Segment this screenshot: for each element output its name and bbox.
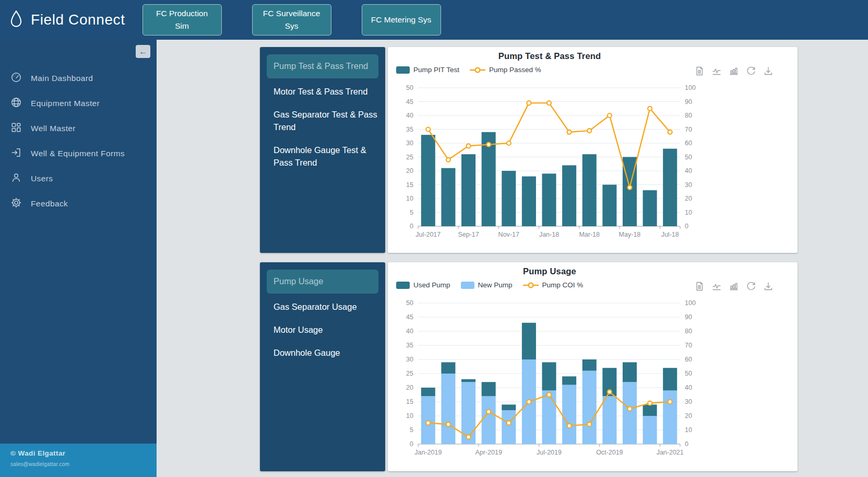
download-icon[interactable] xyxy=(763,66,774,76)
svg-text:5: 5 xyxy=(410,209,413,216)
sidebar-item-well-master[interactable]: Well Master xyxy=(0,117,157,140)
legend-pump-pit-test[interactable]: Pump PIT Test xyxy=(396,66,459,74)
svg-text:Jan-18: Jan-18 xyxy=(539,231,559,238)
sidebar-item-users[interactable]: Users xyxy=(0,167,157,190)
sidebar-item-well-equipment-forms[interactable]: Well & Equipment Forms xyxy=(0,142,157,165)
header-nav: FC Production Sim FC Surveillance Sys FC… xyxy=(142,4,441,36)
svg-text:35: 35 xyxy=(406,342,413,349)
sidebar-item-equipment-master[interactable]: Equipment Master xyxy=(0,92,157,115)
chart-card: Pump Test & Pass Trend Pump PIT TestPump… xyxy=(388,47,798,253)
chart-tab-list: Pump Test & Pass TrendMotor Test & Pass … xyxy=(260,47,385,253)
svg-text:90: 90 xyxy=(685,313,692,321)
legend-line-marker xyxy=(523,282,539,289)
svg-text:Nov-17: Nov-17 xyxy=(498,231,519,238)
sidebar: ← Main Dashboard Equipment Master Well M… xyxy=(0,40,157,477)
pump-usage-chart[interactable]: 0510152025303540455001020304050607080901… xyxy=(388,295,711,462)
legend-line-marker xyxy=(470,66,485,74)
svg-text:0: 0 xyxy=(685,223,688,230)
gear-icon xyxy=(10,197,22,211)
svg-text:40: 40 xyxy=(406,112,413,119)
svg-text:60: 60 xyxy=(685,139,692,147)
chart-toolbar xyxy=(694,66,774,76)
svg-text:20: 20 xyxy=(685,412,692,420)
svg-text:Sep-17: Sep-17 xyxy=(458,231,479,238)
legend-used-pump[interactable]: Used Pump xyxy=(396,281,450,289)
svg-text:10: 10 xyxy=(406,195,413,202)
tab-gas-separator-usage[interactable]: Gas Separator Usage xyxy=(260,296,385,319)
svg-text:80: 80 xyxy=(685,112,692,119)
tab-motor-usage[interactable]: Motor Usage xyxy=(260,319,385,342)
refresh-icon[interactable] xyxy=(746,281,756,292)
user-icon xyxy=(10,172,22,185)
tab-pump-test-pass-trend[interactable]: Pump Test & Pass Trend xyxy=(267,54,378,78)
sidebar-item-label: Equipment Master xyxy=(31,99,100,108)
chart-title: Pump Usage xyxy=(388,266,711,276)
app-header: Field Connect FC Production Sim FC Surve… xyxy=(0,0,868,40)
bar-chart-icon[interactable] xyxy=(729,66,739,76)
svg-text:30: 30 xyxy=(685,181,692,189)
svg-text:50: 50 xyxy=(685,154,692,161)
sidebar-item-feedback[interactable]: Feedback xyxy=(0,192,157,215)
grid-tiles-icon xyxy=(10,122,22,135)
file-text-icon[interactable] xyxy=(694,281,705,292)
download-icon[interactable] xyxy=(763,281,774,292)
sidebar-menu: Main Dashboard Equipment Master Well Mas… xyxy=(0,40,157,215)
svg-text:25: 25 xyxy=(406,370,413,377)
svg-text:40: 40 xyxy=(685,167,692,174)
tab-motor-test-pass-trend[interactable]: Motor Test & Pass Trend xyxy=(260,80,385,103)
chart-title: Pump Test & Pass Trend xyxy=(388,51,711,61)
svg-text:50: 50 xyxy=(406,84,413,91)
tab-gas-separator-test-pass-trend[interactable]: Gas Separator Test & Pass Trend xyxy=(260,103,385,139)
svg-text:Jul-2017: Jul-2017 xyxy=(415,231,441,238)
fc-metering-sys-button[interactable]: FC Metering Sys xyxy=(362,4,441,36)
svg-text:10: 10 xyxy=(685,426,692,434)
svg-text:15: 15 xyxy=(406,398,413,405)
svg-text:Oct-2019: Oct-2019 xyxy=(596,449,623,456)
svg-text:70: 70 xyxy=(685,342,692,349)
panel-pump-usage: Pump UsageGas Separator UsageMotor Usage… xyxy=(260,262,798,471)
sidebar-item-label: Well Master xyxy=(31,124,76,133)
globe-icon xyxy=(10,97,22,110)
tab-downhole-gauge[interactable]: Downhole Gauge xyxy=(260,342,385,365)
svg-text:35: 35 xyxy=(406,126,413,133)
refresh-icon[interactable] xyxy=(746,66,756,76)
tab-pump-usage[interactable]: Pump Usage xyxy=(267,270,378,294)
svg-text:20: 20 xyxy=(406,384,413,391)
svg-text:Jul-18: Jul-18 xyxy=(661,231,679,238)
bar-chart-icon[interactable] xyxy=(729,281,739,292)
svg-text:80: 80 xyxy=(685,328,692,335)
fc-surveillance-sys-button[interactable]: FC Surveillance Sys xyxy=(252,4,331,36)
svg-text:70: 70 xyxy=(685,126,692,133)
svg-text:Mar-18: Mar-18 xyxy=(579,231,600,238)
svg-text:30: 30 xyxy=(406,356,413,363)
legend-pump-passed[interactable]: Pump Passed % xyxy=(470,66,541,74)
chart-tab-list: Pump UsageGas Separator UsageMotor Usage… xyxy=(260,262,385,471)
collapse-sidebar-button[interactable]: ← xyxy=(136,45,150,58)
svg-text:45: 45 xyxy=(406,98,413,106)
fc-production-sim-button[interactable]: FC Production Sim xyxy=(142,4,222,36)
line-chart-icon[interactable] xyxy=(711,66,722,76)
svg-text:Apr-2019: Apr-2019 xyxy=(475,449,502,456)
svg-text:5: 5 xyxy=(410,426,413,434)
pump-test-pass-trend-chart[interactable]: 0510152025303540455001020304050607080901… xyxy=(388,79,711,244)
chart-card: Pump Usage Used PumpNew PumpPump COI % 0… xyxy=(388,262,798,471)
sidebar-item-label: Users xyxy=(31,174,53,183)
svg-text:10: 10 xyxy=(406,412,413,420)
svg-text:90: 90 xyxy=(685,98,692,106)
water-drop-icon xyxy=(8,10,24,30)
legend-label: Pump PIT Test xyxy=(413,66,459,74)
svg-text:20: 20 xyxy=(406,167,413,174)
svg-text:45: 45 xyxy=(406,313,413,321)
line-chart-icon[interactable] xyxy=(711,281,722,292)
svg-text:15: 15 xyxy=(406,181,413,189)
svg-text:10: 10 xyxy=(685,209,692,216)
tab-downhole-gauge-test-pass-trend[interactable]: Downhole Gauge Test & Pass Trend xyxy=(260,139,385,174)
sidebar-item-main-dashboard[interactable]: Main Dashboard xyxy=(0,67,157,90)
sidebar-footer: © Wadi Elgattar sales@wadielgattar.com xyxy=(0,444,157,477)
legend-label: New Pump xyxy=(478,281,513,289)
svg-text:40: 40 xyxy=(406,328,413,335)
legend-pump-coi[interactable]: Pump COI % xyxy=(523,281,584,289)
legend-new-pump[interactable]: New Pump xyxy=(461,281,513,289)
file-text-icon[interactable] xyxy=(694,66,705,76)
brand[interactable]: Field Connect xyxy=(0,10,125,30)
